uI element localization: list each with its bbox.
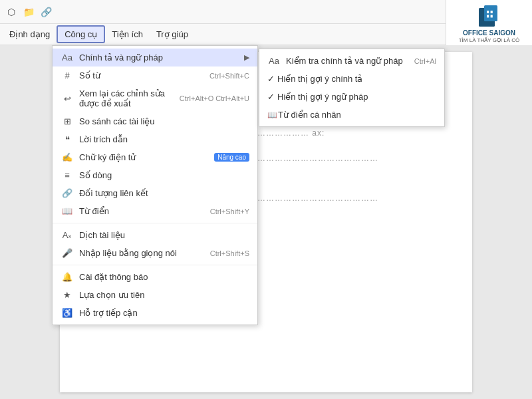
submenu-tudien[interactable]: 📖 Từ điển cá nhân — [259, 106, 444, 124]
chinhta-arrow: ▶ — [244, 53, 249, 62]
sodong-label: Số dòng — [79, 170, 249, 180]
hotro-icon: ♿ — [61, 308, 74, 318]
sosanh-icon: ⊞ — [61, 116, 74, 126]
chinhta-label: Chính tả và ngữ pháp — [79, 53, 244, 63]
nhaplieu-icon: 🎤 — [61, 248, 74, 258]
congcu-dropdown: Aa Chính tả và ngữ pháp ▶ Aa Kiểm tra ch… — [52, 45, 258, 325]
congcu-item-sodong[interactable]: ≡ Số dòng — [53, 166, 257, 184]
kiemtra-icon: Aa — [267, 56, 281, 66]
congcu-item-chukydientu[interactable]: ✍ Chữ ký điện tử Nâng cao — [53, 148, 257, 166]
tudien2-label: Từ điển — [79, 206, 205, 216]
svg-rect-4 — [487, 15, 489, 17]
logo-area: OFFICE SAIGON TÌM LÀ THẤY GỌI LÀ CÓ — [446, 0, 532, 45]
chukydientu-icon: ✍ — [61, 152, 74, 162]
congcu-item-loitrich[interactable]: ❝ Lời trích dẫn — [53, 130, 257, 148]
congcu-item-soitu[interactable]: # Số từ Ctrl+Shift+C — [53, 66, 257, 84]
hotro-label: Hỗ trợ tiếp cận — [79, 308, 249, 318]
congcu-item-tudien[interactable]: 📖 Từ điển Ctrl+Shift+Y — [53, 202, 257, 220]
divider2 — [53, 265, 257, 265]
chinhta-icon: Aa — [61, 53, 74, 63]
congcu-item-sosanh[interactable]: ⊞ So sánh các tài liệu — [53, 112, 257, 130]
svg-rect-3 — [490, 11, 492, 13]
thongbao-label: Cài đặt thông báo — [79, 272, 249, 282]
hienthi-chinhta-label: Hiển thị gợi ý chính tả — [277, 74, 436, 84]
congcu-item-caidatthongbao[interactable]: 🔔 Cài đặt thông báo — [53, 268, 257, 286]
submenu-hienthi-ngupháp[interactable]: ✓ Hiển thị gợi ý ngữ pháp — [259, 88, 444, 106]
submenu-hienthi-chinhta[interactable]: ✓ Hiển thị gợi ý chính tả — [259, 70, 444, 88]
menu-congcu[interactable]: Công cụ — [57, 25, 105, 43]
top-bar-icons: ⬡ 📁 🔗 — [5, 6, 52, 18]
chinhta-submenu: Aa Kiểm tra chính tả và ngữ pháp Ctrl+Al… — [259, 49, 445, 127]
logo-icon — [476, 3, 503, 29]
xemlai-shortcut: Ctrl+Alt+O Ctrl+Alt+U — [180, 94, 249, 102]
check-chinhta: ✓ — [267, 74, 275, 84]
congcu-item-chinhta[interactable]: Aa Chính tả và ngữ pháp ▶ Aa Kiểm tra ch… — [53, 49, 257, 66]
dich-icon: Aₓ — [61, 230, 74, 240]
congcu-item-doituong[interactable]: 🔗 Đối tượng liên kết — [53, 184, 257, 202]
chukydientu-label: Chữ ký điện tử — [79, 152, 210, 162]
submenu-kiemtra[interactable]: Aa Kiểm tra chính tả và ngữ pháp Ctrl+Al — [259, 52, 444, 70]
tudien-label: Từ điển cá nhân — [278, 110, 436, 120]
svg-rect-2 — [487, 11, 489, 13]
luachon-icon: ★ — [61, 290, 74, 300]
folder-icon[interactable]: 📁 — [23, 6, 35, 18]
logo-title: OFFICE SAIGON — [463, 29, 515, 37]
logo-subtitle: TÌM LÀ THẤY GỌI LÀ CÓ — [459, 37, 520, 43]
divider1 — [53, 223, 257, 223]
xemlai-icon: ↩ — [61, 94, 74, 104]
doituong-icon: 🔗 — [61, 188, 74, 198]
congcu-item-dich[interactable]: Aₓ Dịch tài liệu — [53, 226, 257, 244]
menu-trogiup[interactable]: Trợ giúp — [150, 27, 195, 42]
check-nguphap: ✓ — [267, 92, 275, 102]
doituong-label: Đối tượng liên kết — [79, 188, 249, 198]
loitrich-label: Lời trích dẫn — [79, 134, 249, 144]
nhaplieu-label: Nhập liệu bằng giọng nói — [79, 248, 205, 258]
nangcao-badge: Nâng cao — [214, 153, 249, 162]
congcu-item-nhaplieu[interactable]: 🎤 Nhập liệu bằng giọng nói Ctrl+Shift+S — [53, 244, 257, 262]
congcu-item-luachon[interactable]: ★ Lựa chọn ưu tiên — [53, 286, 257, 304]
soitu-shortcut: Ctrl+Shift+C — [209, 72, 249, 80]
logo-box: OFFICE SAIGON TÌM LÀ THẤY GỌI LÀ CÓ — [459, 3, 520, 43]
svg-rect-5 — [490, 15, 492, 17]
menu-dinhdang[interactable]: Định dạng — [3, 27, 57, 42]
kiemtra-label: Kiểm tra chính tả và ngữ pháp — [286, 56, 414, 66]
kiemtra-shortcut: Ctrl+Al — [414, 57, 436, 65]
xemlai-label: Xem lại các chỉnh sửa được đề xuất — [79, 88, 174, 108]
dich-label: Dịch tài liệu — [79, 230, 249, 240]
link-icon[interactable]: 🔗 — [40, 6, 52, 18]
nhaplieu-shortcut: Ctrl+Shift+S — [210, 249, 249, 257]
tudien-icon: 📖 — [267, 110, 278, 120]
tudien2-shortcut: Ctrl+Shift+Y — [210, 207, 249, 215]
soitu-icon: # — [61, 70, 74, 80]
loitrich-icon: ❝ — [61, 134, 74, 144]
home-icon[interactable]: ⬡ — [5, 6, 17, 18]
soitu-label: Số từ — [79, 70, 204, 80]
congcu-item-hotro[interactable]: ♿ Hỗ trợ tiếp cận — [53, 304, 257, 322]
luachon-label: Lựa chọn ưu tiên — [79, 290, 249, 300]
sosanh-label: So sánh các tài liệu — [79, 116, 249, 126]
menu-tienich[interactable]: Tiện ích — [105, 27, 150, 42]
congcu-item-xemlai[interactable]: ↩ Xem lại các chỉnh sửa được đề xuất Ctr… — [53, 84, 257, 112]
thongbao-icon: 🔔 — [61, 272, 74, 282]
tudien2-icon: 📖 — [61, 206, 74, 216]
sodong-icon: ≡ — [61, 170, 74, 180]
hienthi-nguphap-label: Hiển thị gợi ý ngữ pháp — [277, 92, 436, 102]
